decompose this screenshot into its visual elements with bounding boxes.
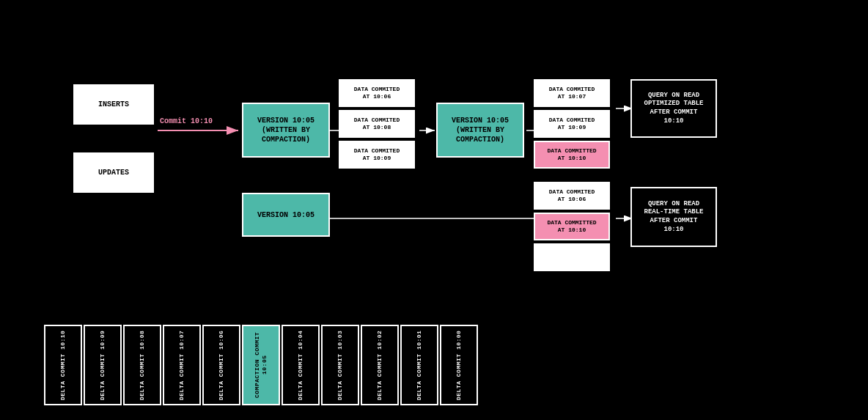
data2-2-box: DATA COMMITED AT 10:09 (534, 110, 610, 138)
data2-3-box: DATA COMMITTED AT 10:10 (534, 141, 610, 169)
timeline-item-8: DELTA COMMIT 10:02 (361, 325, 399, 405)
data1-2-box: DATA COMMITED AT 10:08 (339, 110, 415, 138)
timeline: DELTA COMMIT 10:10DELTA COMMIT 10:09DELT… (44, 325, 478, 405)
query-optimized-box: QUERY ON READ OPTIMIZED TABLE AFTER COMM… (630, 79, 717, 138)
inserts-box: INSERTS (73, 84, 154, 125)
timeline-item-3: DELTA COMMIT 10:07 (163, 325, 201, 405)
timeline-item-9: DELTA COMMIT 10:01 (400, 325, 438, 405)
timeline-item-0: DELTA COMMIT 10:10 (44, 325, 82, 405)
data2-1-box: DATA COMMITED AT 10:07 (534, 79, 610, 107)
data1-1-box: DATA COMMITED AT 10:06 (339, 79, 415, 107)
version2-box: VERSION 10:05 (WRITTEN BY COMPACTION) (436, 103, 524, 158)
diagram-area: INSERTS UPDATES Commit 10:10 VERSION 10:… (0, 0, 868, 420)
version1-box: VERSION 10:05 (WRITTEN BY COMPACTION) (242, 103, 330, 158)
timeline-item-2: DELTA COMMIT 10:08 (123, 325, 161, 405)
commit-arrow-label: Commit 10:10 (160, 117, 213, 125)
updates-box: UPDATES (73, 152, 154, 193)
data1-3-box: DATA COMMITED AT 10:09 (339, 141, 415, 169)
timeline-item-4: DELTA COMMIT 10:06 (202, 325, 240, 405)
data3-3-box (534, 243, 610, 271)
data3-2-box: DATA COMMITTED AT 10:10 (534, 213, 610, 240)
data3-1-box: DATA COMMITED AT 10:06 (534, 182, 610, 210)
timeline-item-5: COMPACTION COMMIT 10:05 (242, 325, 280, 405)
query-realtime-box: QUERY ON READ REAL-TIME TABLE AFTER COMM… (630, 187, 717, 247)
version3-box: VERSION 10:05 (242, 193, 330, 237)
timeline-item-10: DELTA COMMIT 10:00 (440, 325, 478, 405)
timeline-item-7: DELTA COMMIT 10:03 (321, 325, 359, 405)
timeline-item-6: DELTA COMMIT 10:04 (282, 325, 320, 405)
timeline-item-1: DELTA COMMIT 10:09 (84, 325, 122, 405)
